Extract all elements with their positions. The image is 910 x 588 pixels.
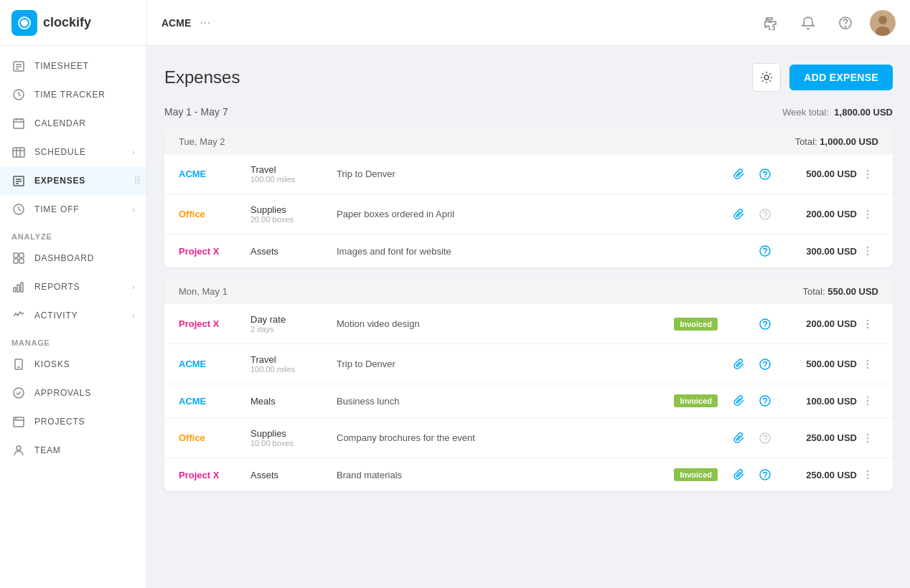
svg-point-62 [867, 366, 868, 368]
sidebar-item-label-dashboard: DASHBOARD [34, 253, 135, 263]
main-area: ACME ··· [147, 0, 910, 588]
expense-project[interactable]: Project X [179, 246, 250, 257]
expense-project[interactable]: ACME [179, 396, 250, 407]
timesheet-icon [11, 59, 26, 73]
billable-col[interactable] [752, 208, 778, 221]
attachment-col[interactable] [726, 394, 752, 407]
svg-point-44 [867, 169, 868, 171]
billable-col[interactable] [752, 358, 778, 371]
expense-description: Paper boxes ordered in April [337, 209, 653, 219]
row-menu-button[interactable] [857, 432, 878, 444]
date-range: May 1 - May 7 [164, 106, 782, 118]
expense-project[interactable]: ACME [179, 169, 250, 179]
workspace-dots[interactable]: ··· [200, 15, 210, 30]
attachment-col[interactable] [726, 432, 752, 445]
sidebar-item-kiosks[interactable]: KIOSKS [0, 350, 146, 379]
attachment-col[interactable] [726, 168, 752, 181]
svg-point-60 [867, 359, 868, 361]
billable-col[interactable] [752, 468, 778, 481]
expense-project[interactable]: Project X [179, 318, 250, 329]
row-menu-button[interactable] [857, 359, 878, 370]
sidebar-item-approvals[interactable]: APPROVALS [0, 379, 146, 407]
row-menu-button[interactable] [857, 395, 878, 407]
settings-button[interactable] [752, 63, 781, 92]
row-menu-button[interactable] [857, 245, 878, 257]
sidebar-item-team[interactable]: TEAM [0, 436, 146, 465]
table-row: ACME Travel 100.00 miles Trip to Denver … [164, 344, 893, 384]
puzzle-icon[interactable] [758, 10, 784, 36]
help-icon[interactable] [832, 10, 858, 36]
attachment-col[interactable] [726, 468, 752, 481]
svg-point-53 [867, 250, 868, 252]
row-menu-button[interactable] [857, 209, 878, 220]
row-menu-button[interactable] [857, 318, 878, 330]
billable-col[interactable] [752, 394, 778, 407]
expense-project[interactable]: ACME [179, 359, 250, 369]
svg-point-38 [845, 26, 846, 27]
svg-point-56 [867, 319, 868, 321]
row-menu-button[interactable] [857, 469, 878, 480]
bell-icon[interactable] [795, 10, 821, 36]
attachment-col[interactable] [726, 358, 752, 371]
sidebar-item-expenses[interactable]: EXPENSES ⠿ [0, 166, 146, 195]
add-expense-button[interactable]: ADD EXPENSE [789, 65, 893, 90]
expense-description: Trip to Denver [337, 359, 653, 369]
attachment-col[interactable] [726, 208, 752, 221]
logo[interactable]: clockify [0, 0, 146, 46]
sidebar-item-label-activity: ACTIVITY [34, 310, 132, 321]
sidebar-nav: TIMESHEET TIME TRACKER CA [0, 46, 146, 588]
sidebar-item-activity[interactable]: ACTIVITY › [0, 301, 146, 330]
expense-project[interactable]: Office [179, 432, 250, 443]
expense-description: Motion video design [337, 318, 653, 329]
svg-point-40 [878, 16, 887, 24]
sidebar-item-time-tracker[interactable]: TIME TRACKER [0, 80, 146, 109]
expense-project[interactable]: Office [179, 209, 250, 219]
svg-point-63 [760, 396, 770, 406]
svg-point-61 [867, 363, 868, 364]
svg-point-65 [867, 400, 868, 402]
sidebar-item-dashboard[interactable]: DASHBOARD [0, 244, 146, 272]
header-actions [758, 10, 896, 36]
table-row: Project X Assets Brand materials Invoice… [164, 458, 893, 491]
expense-amount: 100.00 USD [778, 396, 857, 407]
category-sub: 10.00 boxes [250, 439, 337, 447]
avatar[interactable] [870, 10, 896, 36]
table-row: Project X Day rate 2 days Motion video d… [164, 304, 893, 344]
category-name: Travel [250, 354, 337, 365]
category-name: Assets [250, 470, 337, 480]
billable-col[interactable] [752, 432, 778, 445]
svg-point-59 [760, 359, 770, 369]
reports-icon [11, 280, 26, 294]
expense-description: Images and font for website [337, 246, 653, 257]
expense-category: Travel 100.00 miles [250, 164, 337, 184]
expense-category: Assets [250, 246, 337, 257]
logo-icon [11, 10, 37, 36]
row-menu-button[interactable] [857, 169, 878, 180]
expense-description: Trip to Denver [337, 169, 653, 179]
svg-rect-23 [14, 253, 18, 257]
sidebar-item-label-approvals: APPROVALS [34, 388, 135, 398]
svg-point-69 [867, 437, 868, 438]
sidebar-item-schedule[interactable]: SCHEDULE › [0, 138, 146, 166]
sidebar-item-timesheet[interactable]: TIMESHEET [0, 52, 146, 80]
svg-point-67 [760, 433, 770, 443]
group-total: Total: 1,000.00 USD [795, 136, 878, 147]
category-name: Assets [250, 246, 337, 257]
invoiced-badge: Invoiced [674, 318, 718, 331]
sidebar-item-calendar[interactable]: CALENDAR [0, 109, 146, 138]
category-sub: 2 days [250, 325, 337, 333]
table-row: Office Supplies 10.00 boxes Company broc… [164, 418, 893, 458]
billable-col[interactable] [752, 245, 778, 257]
billable-col[interactable] [752, 318, 778, 331]
category-sub: 20.00 boxes [250, 215, 337, 224]
expense-project[interactable]: Project X [179, 470, 250, 480]
reports-arrow-icon: › [132, 283, 135, 291]
billable-col[interactable] [752, 168, 778, 181]
group-date: Tue, May 2 [179, 136, 795, 147]
svg-rect-27 [14, 288, 16, 292]
sidebar-item-projects[interactable]: PROJECTS [0, 407, 146, 436]
page-title: Expenses [164, 67, 752, 87]
sidebar-item-time-off[interactable]: TIME OFF › [0, 195, 146, 224]
svg-rect-26 [19, 259, 24, 263]
sidebar-item-reports[interactable]: REPORTS › [0, 272, 146, 301]
